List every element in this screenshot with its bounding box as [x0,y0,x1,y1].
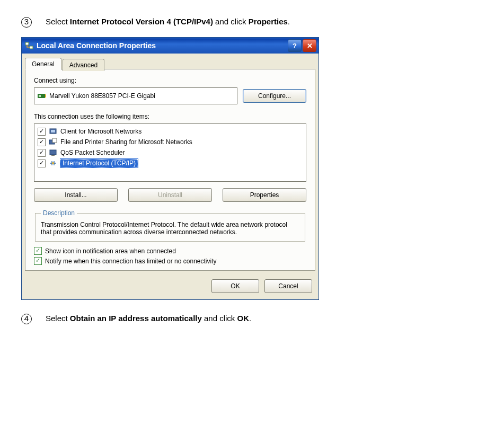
ok-button[interactable]: OK [211,279,259,293]
tcpip-icon [49,159,57,167]
step-3-text: Select Internet Protocol Version 4 (TCP/… [46,16,290,27]
svg-point-11 [52,162,54,164]
list-item-label: File and Printer Sharing for Microsoft N… [60,138,192,146]
list-item[interactable]: ✓ File and Printer Sharing for Microsoft… [38,137,303,147]
list-item[interactable]: ✓ Client for Microsoft Networks [38,126,303,137]
instruction-step-4: 4 Select Obtain an IP address automatica… [21,313,483,324]
checkbox-icon[interactable]: ✓ [34,247,42,255]
step-number-3: 3 [21,17,32,28]
tab-advanced[interactable]: Advanced [63,59,104,71]
step-4-text: Select Obtain an IP address automaticall… [46,313,251,324]
checkbox-icon[interactable]: ✓ [38,149,46,157]
install-button[interactable]: Install... [34,188,118,202]
svg-rect-1 [30,46,33,49]
connect-using-label: Connect using: [34,77,306,84]
instruction-step-3: 3 Select Internet Protocol Version 4 (TC… [21,16,483,28]
checkbox-icon[interactable]: ✓ [34,257,42,265]
titlebar[interactable]: Local Area Connection Properties ? ✕ [22,38,319,54]
connection-properties-dialog: Local Area Connection Properties ? ✕ Gen… [21,37,319,300]
adapter-name: Marvell Yukon 88E8057 PCI-E Gigabi [49,92,155,100]
configure-button[interactable]: Configure... [243,89,306,103]
adapter-field[interactable]: Marvell Yukon 88E8057 PCI-E Gigabi [34,87,237,104]
checkbox-icon[interactable]: ✓ [38,138,46,146]
svg-rect-4 [45,94,46,98]
file-share-icon [49,138,57,146]
description-legend: Description [41,209,77,217]
help-button[interactable]: ? [288,39,302,52]
list-item-label: QoS Packet Scheduler [60,149,125,156]
client-icon [49,127,57,136]
items-label: This connection uses the following items… [34,113,306,120]
cancel-button[interactable]: Cancel [264,279,312,293]
adapter-card-icon [38,93,46,99]
list-item[interactable]: ✓ Internet Protocol (TCP/IP) [38,158,303,169]
svg-rect-6 [51,130,55,132]
description-group: Description Transmission Control Protoco… [35,209,305,242]
svg-rect-0 [25,42,29,45]
svg-rect-3 [39,95,41,97]
close-button[interactable]: ✕ [303,39,316,52]
dialog-bottom-buttons: OK Cancel [22,274,319,299]
tab-general[interactable]: General [25,58,61,70]
list-item-label: Client for Microsoft Networks [60,128,142,135]
uninstall-button: Uninstall [128,188,212,202]
list-item[interactable]: ✓ QoS Packet Scheduler [38,147,303,158]
connection-items-list[interactable]: ✓ Client for Microsoft Networks ✓ File a… [34,123,306,182]
svg-rect-9 [50,150,56,155]
notify-checkbox-row[interactable]: ✓ Notify me when this connection has lim… [34,257,306,265]
svg-rect-8 [52,138,57,143]
tab-page-general: Connect using: Marvell Yukon 88E8057 PCI… [25,69,315,271]
step-number-4: 4 [21,314,32,324]
checkbox-icon[interactable]: ✓ [38,128,46,136]
qos-icon [49,148,57,157]
svg-rect-10 [51,155,55,156]
tabstrip: General Advanced [22,55,319,70]
notify-label: Notify me when this connection has limit… [45,258,217,265]
description-text: Transmission Control Protocol/Internet P… [41,221,299,236]
properties-button[interactable]: Properties [223,188,306,202]
show-icon-checkbox-row[interactable]: ✓ Show icon in notification area when co… [34,247,306,255]
checkbox-icon[interactable]: ✓ [38,160,46,167]
list-item-label: Internet Protocol (TCP/IP) [60,159,138,167]
show-icon-label: Show icon in notification area when conn… [45,247,176,255]
dialog-title: Local Area Connection Properties [37,41,288,50]
connection-icon [25,41,33,50]
